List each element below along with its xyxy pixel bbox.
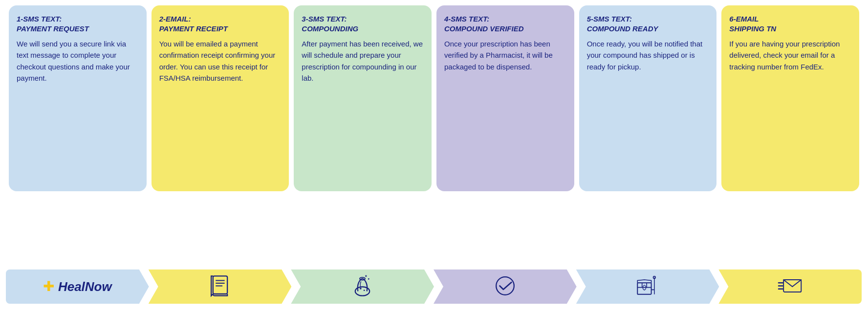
card-sms-compound-verified: 4-SMS TEXT: COMPOUND VERIFIED Once your … (436, 5, 574, 191)
svg-point-7 (364, 290, 365, 291)
card-sms-compound-ready: 5-SMS TEXT: COMPOUND READY Once ready, y… (579, 5, 717, 191)
main-container: 1-SMS TEXT: PAYMENT REQUEST We will send… (6, 5, 862, 309)
card-4-title: 4-SMS TEXT: COMPOUND VERIFIED (444, 14, 566, 33)
box-icon (634, 272, 661, 301)
email-icon (777, 272, 803, 301)
arrow-segment-4 (434, 269, 577, 304)
svg-point-18 (653, 276, 655, 278)
logo-cross-icon: ✚ (43, 280, 54, 293)
card-3-title: 3-SMS TEXT: COMPOUNDING (302, 14, 424, 33)
svg-point-6 (360, 288, 362, 290)
card-5-body: Once ready, you will be notified that yo… (587, 38, 709, 72)
healnow-logo: ✚ HealNow (43, 279, 112, 294)
email-icon-wrap (718, 269, 862, 304)
card-4-body: Once your prescription has been verified… (444, 38, 566, 72)
process-arrow-row: ✚ HealNow (6, 265, 862, 309)
card-2-body: You will be emailed a payment confirmati… (159, 38, 282, 84)
svg-point-12 (496, 277, 514, 295)
card-1-title: 1-SMS TEXT: PAYMENT REQUEST (17, 14, 139, 33)
logo-content: ✚ HealNow (6, 269, 149, 304)
flask-icon (349, 272, 376, 301)
receipt-icon (207, 272, 234, 301)
card-5-title: 5-SMS TEXT: COMPOUND READY (587, 14, 709, 33)
checkmark-icon-wrap (434, 269, 577, 304)
card-email-shipping: 6-EMAIL SHIPPING TN If you are having yo… (721, 5, 859, 191)
arrow-segment-1: ✚ HealNow (6, 269, 149, 304)
card-6-body: If you are having your prescription deli… (729, 38, 851, 72)
svg-rect-13 (637, 283, 651, 294)
arrow-segment-2 (149, 269, 292, 304)
card-sms-compounding: 3-SMS TEXT: COMPOUNDING After payment ha… (294, 5, 432, 191)
box-icon-wrap (576, 269, 719, 304)
arrow-segment-3 (291, 269, 434, 304)
card-sms-payment-request: 1-SMS TEXT: PAYMENT REQUEST We will send… (9, 5, 147, 191)
svg-rect-0 (213, 276, 227, 294)
card-2-title: 2-EMAIL: PAYMENT RECEIPT (159, 14, 282, 33)
card-1-body: We will send you a secure link via text … (17, 38, 139, 84)
card-6-title: 6-EMAIL SHIPPING TN (729, 14, 851, 33)
receipt-icon-wrap (149, 269, 292, 304)
arrow-segment-6 (718, 269, 862, 304)
card-email-payment-receipt: 2-EMAIL: PAYMENT RECEIPT You will be ema… (152, 5, 289, 191)
flask-icon-wrap (291, 269, 434, 304)
cards-row: 1-SMS TEXT: PAYMENT REQUEST We will send… (6, 5, 862, 265)
checkmark-icon (492, 272, 519, 301)
logo-text: HealNow (58, 279, 112, 294)
arrow-segment-5 (576, 269, 719, 304)
card-3-body: After payment has been received, we will… (302, 38, 424, 84)
